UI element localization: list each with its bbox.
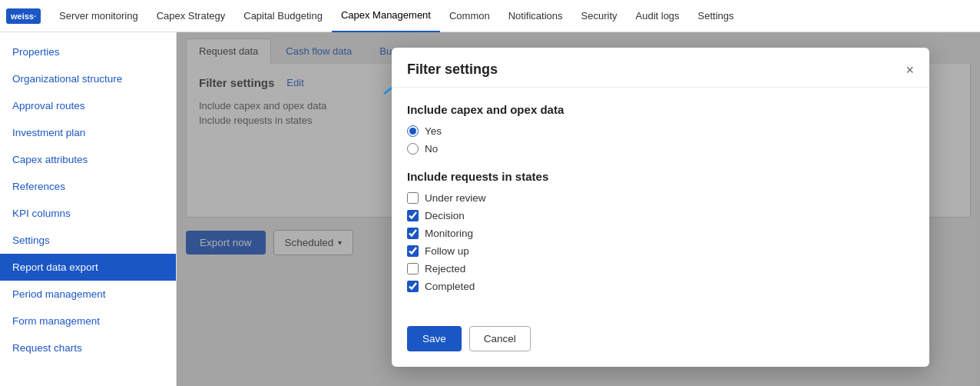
modal-close-button[interactable]: × [906,63,914,77]
radio-no-input[interactable] [407,143,419,155]
nav-notifications[interactable]: Notifications [499,0,572,32]
section2-title: Include requests in states [407,170,914,183]
sidebar-item-investment-plan[interactable]: Investment plan [0,119,176,146]
top-nav: weiss· Server monitoring Capex Strategy … [0,0,980,32]
radio-yes[interactable]: Yes [407,125,914,137]
sidebar-item-kpi-columns[interactable]: KPI columns [0,200,176,227]
sidebar-item-form-management[interactable]: Form management [0,308,176,334]
nav-audit-logs[interactable]: Audit logs [627,0,689,32]
sidebar-item-settings[interactable]: Settings [0,227,176,254]
checkbox-follow-up-input[interactable] [407,245,419,257]
checkbox-under-review[interactable]: Under review [407,192,914,204]
sidebar-item-references[interactable]: References [0,173,176,200]
nav-settings[interactable]: Settings [689,0,743,32]
radio-no[interactable]: No [407,143,914,155]
modal-cancel-button[interactable]: Cancel [469,326,531,351]
sidebar-item-properties[interactable]: Properties [0,38,176,65]
states-checkbox-group: Under review Decision Monitoring Follow … [407,192,914,292]
checkbox-follow-up-label: Follow up [425,245,469,257]
content-area: Request data Cash flow data Budg... Filt… [177,32,980,386]
modal-title: Filter settings [407,62,498,78]
filter-settings-modal: Filter settings × Include capex and opex… [392,48,929,367]
app-logo[interactable]: weiss· [6,8,41,24]
sidebar-item-approval-routes[interactable]: Approval routes [0,92,176,119]
checkbox-decision-label: Decision [425,210,465,221]
checkbox-decision[interactable]: Decision [407,210,914,221]
radio-yes-input[interactable] [407,125,419,137]
checkbox-completed-input[interactable] [407,281,419,292]
nav-capital-budgeting[interactable]: Capital Budgeting [234,0,332,32]
checkbox-monitoring-input[interactable] [407,228,419,239]
nav-items: Server monitoring Capex Strategy Capital… [50,0,743,32]
checkbox-completed[interactable]: Completed [407,281,914,292]
sidebar-item-capex-attributes[interactable]: Capex attributes [0,146,176,173]
modal-save-button[interactable]: Save [407,326,462,351]
sidebar: Properties Organizational structure Appr… [0,32,177,386]
main-layout: Properties Organizational structure Appr… [0,32,980,386]
checkbox-completed-label: Completed [425,281,475,292]
sidebar-item-organizational-structure[interactable]: Organizational structure [0,65,176,92]
checkbox-monitoring-label: Monitoring [425,228,473,239]
capex-opex-radio-group: Yes No [407,125,914,155]
sidebar-item-report-data-export[interactable]: Report data export [0,254,176,281]
nav-capex-management[interactable]: Capex Management [332,0,440,32]
sidebar-item-period-management[interactable]: Period management [0,281,176,308]
checkbox-monitoring[interactable]: Monitoring [407,228,914,239]
nav-server-monitoring[interactable]: Server monitoring [50,0,147,32]
checkbox-rejected[interactable]: Rejected [407,263,914,275]
checkbox-decision-input[interactable] [407,210,419,221]
sidebar-item-request-charts[interactable]: Request charts [0,334,176,361]
section1-title: Include capex and opex data [407,103,914,116]
modal-footer: Save Cancel [392,323,929,367]
checkbox-rejected-label: Rejected [425,263,465,275]
checkbox-rejected-input[interactable] [407,263,419,275]
checkbox-under-review-label: Under review [425,192,486,204]
radio-yes-label: Yes [425,125,442,137]
checkbox-follow-up[interactable]: Follow up [407,245,914,257]
nav-capex-strategy[interactable]: Capex Strategy [147,0,235,32]
nav-common[interactable]: Common [440,0,499,32]
nav-security[interactable]: Security [572,0,627,32]
modal-header: Filter settings × [392,48,929,88]
modal-body: Include capex and opex data Yes No Inclu… [392,88,929,323]
radio-no-label: No [425,143,438,155]
checkbox-under-review-input[interactable] [407,192,419,204]
